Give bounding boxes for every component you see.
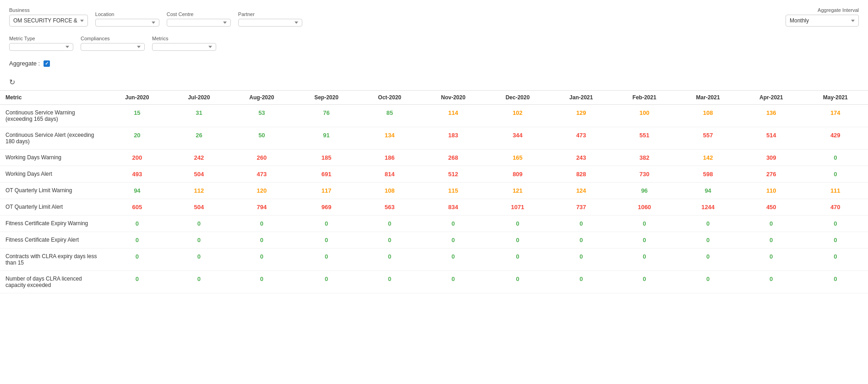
partner-select[interactable] (238, 19, 302, 27)
value-cell: 0 (169, 232, 229, 249)
value-cell: 1060 (613, 199, 677, 216)
value-cell: 76 (295, 105, 359, 127)
partner-chevron-icon (295, 22, 298, 24)
metric-type-select[interactable] (9, 43, 73, 51)
aggregate-interval-select[interactable]: Monthly (786, 15, 859, 27)
metric-cell: Fitness Certificate Expiry Warning (0, 216, 105, 232)
metric-type-filter-group: Metric Type (9, 36, 73, 51)
value-cell: 0 (676, 249, 740, 271)
metric-cell: Continuous Service Warning (exceeding 16… (0, 105, 105, 127)
date-column-header: Jan-2021 (550, 91, 613, 105)
value-cell: 268 (421, 150, 486, 166)
cost-centre-filter-group: Cost Centre (167, 11, 231, 27)
value-cell: 382 (613, 150, 677, 166)
value-cell: 0 (802, 249, 868, 271)
value-cell: 0 (802, 216, 868, 232)
metric-column-header: Metric (0, 91, 105, 105)
value-cell: 15 (105, 105, 169, 127)
value-cell: 0 (550, 216, 613, 232)
metric-type-label: Metric Type (9, 36, 73, 41)
value-cell: 1244 (676, 199, 740, 216)
value-cell: 0 (486, 271, 550, 293)
value-cell: 276 (740, 166, 803, 183)
value-cell: 0 (421, 271, 486, 293)
aggregate-interval-label: Aggregate Interval (818, 7, 859, 13)
date-column-header: Jun-2020 (105, 91, 169, 105)
value-cell: 557 (676, 127, 740, 150)
value-cell: 0 (359, 216, 421, 232)
metrics-select[interactable] (152, 43, 216, 51)
table-row: Fitness Certificate Expiry Warning000000… (0, 216, 868, 232)
aggregate-interval-chevron-icon (851, 20, 855, 22)
value-cell: 120 (229, 183, 294, 199)
value-cell: 112 (169, 183, 229, 199)
cost-centre-chevron-icon (223, 22, 227, 24)
value-cell: 124 (550, 183, 613, 199)
value-cell: 563 (359, 199, 421, 216)
value-cell: 0 (229, 249, 294, 271)
aggregate-interval-value: Monthly (790, 17, 848, 24)
value-cell: 691 (295, 166, 359, 183)
business-chevron-icon (80, 20, 84, 22)
date-column-header: Mar-2021 (676, 91, 740, 105)
value-cell: 0 (740, 232, 803, 249)
value-cell: 0 (229, 232, 294, 249)
value-cell: 185 (295, 150, 359, 166)
value-cell: 598 (676, 166, 740, 183)
metric-cell: Number of days CLRA licenced capacity ex… (0, 271, 105, 293)
compliances-label: Compliances (81, 36, 145, 41)
value-cell: 814 (359, 166, 421, 183)
value-cell: 470 (802, 199, 868, 216)
value-cell: 183 (421, 127, 486, 150)
metrics-chevron-icon (208, 46, 212, 48)
value-cell: 242 (169, 150, 229, 166)
aggregate-interval-panel: Aggregate Interval Monthly (786, 7, 859, 27)
value-cell: 260 (229, 150, 294, 166)
value-cell: 134 (359, 127, 421, 150)
value-cell: 0 (550, 249, 613, 271)
value-cell: 0 (740, 216, 803, 232)
value-cell: 165 (486, 150, 550, 166)
value-cell: 0 (550, 271, 613, 293)
value-cell: 504 (169, 199, 229, 216)
value-cell: 0 (105, 271, 169, 293)
value-cell: 102 (486, 105, 550, 127)
location-label: Location (95, 11, 159, 17)
aggregate-checkbox[interactable] (44, 60, 50, 67)
value-cell: 0 (421, 232, 486, 249)
value-cell: 828 (550, 166, 613, 183)
value-cell: 0 (676, 232, 740, 249)
value-cell: 20 (105, 127, 169, 150)
location-select[interactable] (95, 19, 159, 27)
cost-centre-select[interactable] (167, 19, 231, 27)
value-cell: 493 (105, 166, 169, 183)
value-cell: 0 (105, 216, 169, 232)
compliances-select[interactable] (81, 43, 145, 51)
value-cell: 100 (613, 105, 677, 127)
value-cell: 0 (169, 216, 229, 232)
value-cell: 200 (105, 150, 169, 166)
table-row: Continuous Service Warning (exceeding 16… (0, 105, 868, 127)
value-cell: 450 (740, 199, 803, 216)
date-column-header: Feb-2021 (613, 91, 677, 105)
refresh-icon[interactable]: ↻ (9, 78, 15, 87)
value-cell: 0 (295, 249, 359, 271)
partner-filter-group: Partner (238, 11, 302, 27)
table-row: Fitness Certificate Expiry Alert00000000… (0, 232, 868, 249)
table-row: OT Quarterly Limit Alert6055047949695638… (0, 199, 868, 216)
value-cell: 0 (295, 232, 359, 249)
value-cell: 110 (740, 183, 803, 199)
value-cell: 108 (359, 183, 421, 199)
value-cell: 309 (740, 150, 803, 166)
business-select[interactable]: OM SECURITY FORCE & (9, 15, 88, 27)
value-cell: 108 (676, 105, 740, 127)
value-cell: 94 (105, 183, 169, 199)
compliances-filter-group: Compliances (81, 36, 145, 51)
business-label: Business (9, 7, 88, 13)
metric-cell: Working Days Warning (0, 150, 105, 166)
value-cell: 0 (550, 232, 613, 249)
date-column-header: Nov-2020 (421, 91, 486, 105)
table-toolbar: ↻ (0, 74, 868, 90)
value-cell: 0 (740, 271, 803, 293)
value-cell: 0 (169, 271, 229, 293)
